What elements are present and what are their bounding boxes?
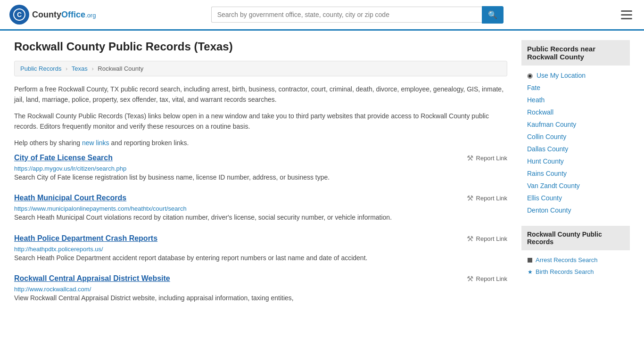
breadcrumb-sep2: ›: [91, 65, 93, 72]
header: C CountyOffice.org 🔍: [0, 0, 644, 31]
use-location-item[interactable]: ◉ Use My Location: [521, 69, 630, 82]
page-title: Rockwall County Public Records (Texas): [14, 40, 507, 53]
description-2: The Rockwall County Public Records (Texa…: [14, 111, 507, 132]
description-3: Help others by sharing new links and rep…: [14, 138, 507, 148]
hamburger-line: [621, 10, 632, 12]
menu-button[interactable]: [619, 8, 635, 22]
breadcrumb-public-records[interactable]: Public Records: [20, 65, 61, 72]
public-records-sidebar-title: Rockwall County Public Records: [521, 226, 630, 250]
nearby-place-item: Kaufman County: [521, 118, 630, 131]
nearby-place-link[interactable]: Hunt County: [527, 157, 564, 165]
report-link-label[interactable]: Report Link: [476, 195, 507, 202]
star-icon: ★: [527, 269, 533, 275]
location-icon: ◉: [527, 72, 533, 79]
use-location-link[interactable]: Use My Location: [537, 72, 586, 79]
nearby-place-item: Ellis County: [521, 192, 630, 204]
record-title[interactable]: City of Fate License Search: [14, 154, 113, 162]
nearby-place-item: Collin County: [521, 131, 630, 143]
public-records-link[interactable]: Arrest Records Search: [536, 256, 598, 263]
record-description: Search Heath Municipal Court violations …: [14, 212, 507, 222]
search-icon: 🔍: [488, 11, 497, 19]
new-links-link[interactable]: new links: [82, 139, 109, 147]
nearby-place-link[interactable]: Fate: [527, 84, 540, 91]
record-entry: City of Fate License Search ⚒ Report Lin…: [14, 154, 507, 182]
description-1: Perform a free Rockwall County, TX publi…: [14, 84, 507, 105]
record-description: Search City of Fate license registration…: [14, 172, 507, 182]
record-header: City of Fate License Search ⚒ Report Lin…: [14, 154, 507, 163]
nearby-place-item: Van Zandt County: [521, 180, 630, 192]
record-entry: Rockwall Central Appraisal District Webs…: [14, 274, 507, 303]
report-link-icon: ⚒: [467, 194, 473, 203]
record-url[interactable]: https://app.mygov.us/lr/citizen/search.p…: [14, 165, 126, 172]
nearby-place-item: Heath: [521, 94, 630, 106]
nearby-place-link[interactable]: Denton County: [527, 206, 571, 214]
nearby-places-list: FateHeathRockwallKaufman CountyCollin Co…: [521, 82, 630, 216]
nearby-place-item: Rains County: [521, 167, 630, 180]
nearby-place-link[interactable]: Ellis County: [527, 194, 562, 202]
report-link-area: ⚒ Report Link: [467, 274, 507, 283]
nearby-place-link[interactable]: Rains County: [527, 170, 567, 177]
record-title[interactable]: Heath Municipal Court Records: [14, 194, 126, 202]
record-description: View Rockwall Central Appraisal District…: [14, 293, 507, 303]
hamburger-line: [621, 14, 632, 16]
record-entry: Heath Police Department Crash Reports ⚒ …: [14, 234, 507, 263]
record-header: Rockwall Central Appraisal District Webs…: [14, 274, 507, 283]
breadcrumb: Public Records › Texas › Rockwall County: [14, 61, 507, 76]
description-3-suffix: and reporting broken links.: [109, 139, 189, 147]
nearby-section: Public Records near Rockwall County ◉ Us…: [521, 40, 630, 216]
report-link-label[interactable]: Report Link: [476, 275, 507, 282]
record-entry: Heath Municipal Court Records ⚒ Report L…: [14, 194, 507, 222]
breadcrumb-texas[interactable]: Texas: [72, 65, 88, 72]
logo-icon: C: [9, 5, 29, 25]
nearby-place-link[interactable]: Van Zandt County: [527, 182, 580, 189]
main-content: Rockwall County Public Records (Texas) P…: [14, 40, 507, 315]
nearby-place-link[interactable]: Collin County: [527, 133, 566, 140]
logo-text: CountyOffice.org: [32, 10, 96, 20]
record-header: Heath Municipal Court Records ⚒ Report L…: [14, 194, 507, 203]
public-records-link-item: ★Birth Records Search: [521, 266, 630, 278]
report-link-area: ⚒ Report Link: [467, 234, 507, 243]
breadcrumb-current: Rockwall County: [98, 65, 143, 72]
nearby-place-link[interactable]: Dallas County: [527, 145, 568, 153]
nearby-place-item: Denton County: [521, 204, 630, 216]
record-title[interactable]: Heath Police Department Crash Reports: [14, 234, 157, 243]
nearby-place-item: Hunt County: [521, 155, 630, 167]
record-url[interactable]: http://www.rockwallcad.com/: [14, 286, 91, 293]
search-area: 🔍: [211, 6, 504, 24]
nearby-place-item: Rockwall: [521, 106, 630, 118]
breadcrumb-sep: ›: [66, 65, 67, 72]
hamburger-line: [621, 18, 632, 19]
public-records-link-item: Arrest Records Search: [521, 254, 630, 266]
report-link-icon: ⚒: [467, 234, 473, 243]
report-link-label[interactable]: Report Link: [476, 155, 507, 162]
nearby-place-link[interactable]: Rockwall: [527, 108, 553, 116]
record-title[interactable]: Rockwall Central Appraisal District Webs…: [14, 274, 170, 283]
nearby-place-item: Dallas County: [521, 143, 630, 155]
main-container: Rockwall County Public Records (Texas) P…: [0, 31, 644, 324]
public-records-link[interactable]: Birth Records Search: [536, 268, 594, 275]
svg-text:C: C: [17, 11, 22, 18]
report-link-area: ⚒ Report Link: [467, 154, 507, 163]
sidebar: Public Records near Rockwall County ◉ Us…: [521, 40, 630, 315]
record-url[interactable]: http://heathpdtx.policereports.us/: [14, 246, 103, 253]
bullet-icon: [527, 257, 533, 263]
nearby-place-link[interactable]: Kaufman County: [527, 121, 576, 128]
record-url[interactable]: https://www.municipalonlinepayments.com/…: [14, 205, 187, 212]
record-description: Search Heath Police Department accident …: [14, 253, 507, 263]
logo-area: C CountyOffice.org: [9, 5, 96, 25]
public-records-section: Rockwall County Public Records Arrest Re…: [521, 226, 630, 278]
nearby-place-link[interactable]: Heath: [527, 96, 545, 104]
report-link-area: ⚒ Report Link: [467, 194, 507, 203]
report-link-label[interactable]: Report Link: [476, 235, 507, 242]
public-records-links: Arrest Records Search★Birth Records Sear…: [521, 254, 630, 278]
record-list: City of Fate License Search ⚒ Report Lin…: [14, 154, 507, 304]
search-button[interactable]: 🔍: [482, 6, 504, 24]
description-3-prefix: Help others by sharing: [14, 139, 82, 147]
report-link-icon: ⚒: [467, 274, 473, 283]
search-input[interactable]: [211, 7, 482, 23]
report-link-icon: ⚒: [467, 154, 473, 163]
nearby-place-item: Fate: [521, 82, 630, 94]
nearby-title: Public Records near Rockwall County: [521, 40, 630, 66]
record-header: Heath Police Department Crash Reports ⚒ …: [14, 234, 507, 243]
